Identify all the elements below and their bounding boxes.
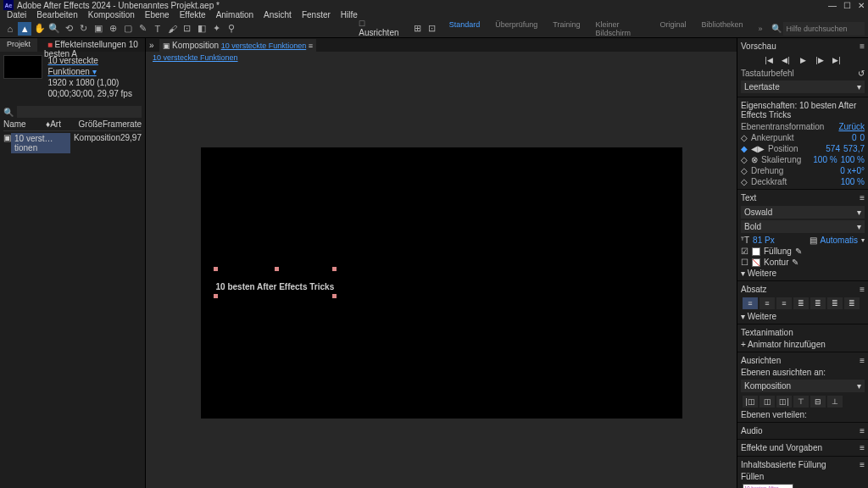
pen-tool[interactable]: ✎: [136, 22, 149, 36]
menu-bearbeiten[interactable]: Bearbeiten: [36, 10, 77, 19]
snap-icon[interactable]: ⊞: [411, 22, 424, 36]
composition-tab[interactable]: ▣ Komposition 10 versteckte Funktionen ≡: [159, 39, 316, 52]
home-icon[interactable]: ⌂: [3, 22, 16, 36]
justify-left-button[interactable]: ≣: [793, 297, 809, 309]
project-search-input[interactable]: [17, 106, 142, 118]
roto-tool[interactable]: ✦: [210, 22, 223, 36]
next-frame-button[interactable]: |▶: [814, 54, 826, 66]
project-columns: Name ♦ Art Größe Framerate: [3, 118, 142, 131]
menu-animation[interactable]: Animation: [216, 10, 253, 19]
rotate-tool[interactable]: ↻: [77, 22, 90, 36]
search-icon[interactable]: 🔍: [771, 24, 782, 33]
justify-right-button[interactable]: ≣: [827, 297, 843, 309]
workspace-original[interactable]: Original: [653, 19, 693, 39]
workspace-review[interactable]: Überprüfung: [488, 19, 544, 39]
type-tool[interactable]: T: [151, 22, 164, 36]
preview-title: Vorschau: [741, 42, 776, 51]
play-button[interactable]: ▶: [797, 54, 809, 66]
canvas-text-layer[interactable]: 10 besten After Effects Tricks: [216, 269, 335, 296]
menu-datei[interactable]: Datei: [7, 10, 26, 19]
brush-tool[interactable]: 🖌: [165, 22, 178, 36]
justify-center-button[interactable]: ≣: [810, 297, 826, 309]
clone-tool[interactable]: ⊡: [181, 22, 193, 36]
menu-fenster[interactable]: Fenster: [302, 10, 331, 19]
align-vcenter[interactable]: ⊟: [810, 396, 826, 408]
workspace-standard[interactable]: Standard: [442, 19, 487, 39]
align-right-edges[interactable]: ◫|: [776, 396, 792, 408]
menu-ebene[interactable]: Ebene: [145, 10, 170, 19]
stopwatch-icon[interactable]: ◇: [741, 166, 748, 175]
caret-icon[interactable]: »: [149, 41, 154, 50]
project-item-name[interactable]: 10 versteckte Funktionen ▾: [47, 55, 142, 77]
search-icon[interactable]: 🔍: [3, 108, 14, 117]
leading-icon: ▤: [810, 236, 817, 245]
help-search-input[interactable]: Hilfe durchsuchen: [783, 22, 865, 36]
eyedropper-icon[interactable]: ✎: [795, 247, 802, 256]
prev-frame-button[interactable]: ◀|: [780, 54, 792, 66]
close-button[interactable]: ✕: [858, 1, 865, 10]
hand-tool[interactable]: ✋: [33, 22, 46, 36]
menu-hilfe[interactable]: Hilfe: [341, 10, 358, 19]
eraser-tool[interactable]: ◧: [195, 22, 208, 36]
add-animator-button[interactable]: + Animator hinzufügen: [741, 340, 826, 349]
shape-tool[interactable]: ▢: [121, 22, 134, 36]
effect-controls-tab[interactable]: ■ Effekteinstellungen 10 besten A: [37, 38, 145, 52]
comp-breadcrumb[interactable]: 10 versteckte Funktionen: [153, 53, 238, 62]
font-dropdown[interactable]: Oswald▾: [741, 206, 865, 219]
reset-link[interactable]: Zurück: [838, 122, 865, 131]
align-left-button[interactable]: ≡: [743, 297, 758, 309]
weight-dropdown[interactable]: Bold▾: [741, 220, 865, 233]
stopwatch-icon[interactable]: ◇: [741, 133, 748, 142]
camera-tool[interactable]: ▣: [92, 22, 104, 36]
workspace-more[interactable]: »: [751, 23, 769, 35]
selection-tool[interactable]: ▲: [18, 22, 31, 36]
zoom-tool[interactable]: 🔍: [47, 22, 60, 36]
panel-menu-icon[interactable]: ≡: [860, 42, 865, 51]
link-icon[interactable]: ⊗: [751, 155, 758, 164]
font-size-input[interactable]: 81 Px: [753, 236, 775, 245]
align-bottom-edges[interactable]: ⊥: [827, 396, 843, 408]
align-target-dropdown[interactable]: Komposition▾: [741, 380, 865, 392]
fill-color-swatch[interactable]: [752, 247, 760, 256]
project-tab[interactable]: Projekt: [0, 38, 37, 52]
reset-icon[interactable]: ↺: [858, 69, 865, 78]
menu-effekte[interactable]: Effekte: [180, 10, 206, 19]
expand-more[interactable]: ▾ Weitere: [741, 312, 776, 321]
minimize-button[interactable]: —: [828, 1, 837, 10]
leading-dropdown[interactable]: Automatis: [821, 236, 858, 245]
stroke-color-swatch[interactable]: [752, 258, 760, 267]
maximize-button[interactable]: ☐: [843, 1, 851, 10]
project-row[interactable]: ▣ 10 verst…tionen Komposition 29,97: [3, 131, 142, 155]
stopwatch-icon[interactable]: ◆: [741, 144, 748, 153]
align-center-button[interactable]: ≡: [760, 297, 775, 309]
stopwatch-icon[interactable]: ◇: [741, 177, 748, 186]
orbit-tool[interactable]: ⟲: [63, 22, 75, 36]
pan-behind-tool[interactable]: ⊕: [107, 22, 120, 36]
justify-all-button[interactable]: ≣: [844, 297, 860, 309]
menu-ansicht[interactable]: Ansicht: [264, 10, 292, 19]
titlebar: Ae Adobe After Effects 2024 - Unbenannte…: [0, 0, 868, 10]
align-left-edges[interactable]: |◫: [743, 396, 758, 408]
app-logo: Ae: [3, 0, 14, 10]
stopwatch-icon[interactable]: ◇: [741, 155, 748, 164]
project-item-fps: 00;00;30;00, 29,97 fps: [47, 88, 142, 99]
workspace-libraries[interactable]: Bibliotheken: [694, 19, 749, 39]
menu-komposition[interactable]: Komposition: [88, 10, 135, 19]
snap-mode-icon[interactable]: ⊡: [426, 22, 438, 36]
keyframe-nav[interactable]: ◀▶: [751, 144, 765, 153]
composition-viewport[interactable]: 10 besten After Effects Tricks: [201, 147, 682, 419]
puppet-tool[interactable]: ⚲: [225, 22, 237, 36]
eyedropper-icon[interactable]: ✎: [792, 258, 798, 267]
expand-more[interactable]: ▾ Weitere: [741, 269, 776, 278]
align-hcenter[interactable]: ◫: [760, 396, 775, 408]
workspace-small[interactable]: Kleiner Bildschirm: [588, 19, 651, 39]
first-frame-button[interactable]: |◀: [763, 54, 775, 66]
align-top-edges[interactable]: ⊤: [793, 396, 809, 408]
last-frame-button[interactable]: ▶|: [831, 54, 843, 66]
properties-title: Eigenschaften: 10 besten After Effects T…: [741, 101, 865, 119]
project-item-dims: 1920 x 1080 (1,00): [47, 77, 142, 88]
shortcut-dropdown[interactable]: Leertaste▾: [741, 80, 865, 93]
workspace-training[interactable]: Training: [546, 19, 587, 39]
align-right-button[interactable]: ≡: [776, 297, 792, 309]
comp-thumbnail[interactable]: [3, 55, 42, 79]
